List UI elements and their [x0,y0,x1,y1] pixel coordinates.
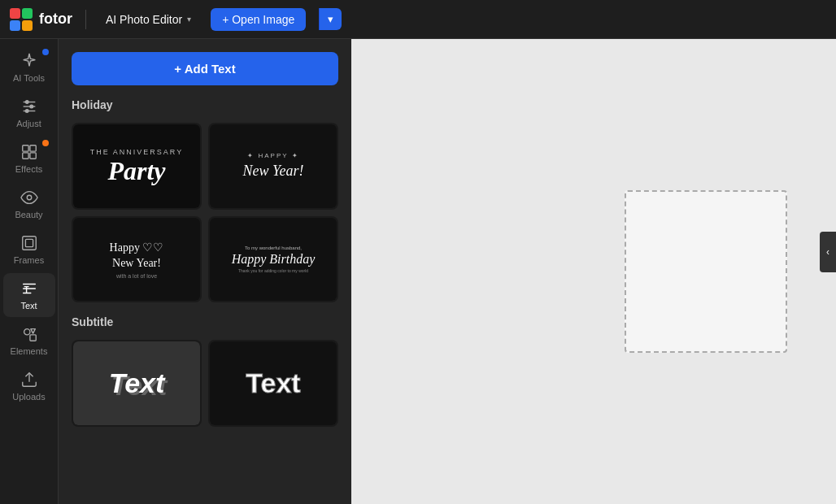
sidebar-item-label: AI Tools [13,73,45,83]
sidebar-item-label: Effects [15,164,42,174]
card-newyear-main: New Year! [243,163,304,180]
open-image-label: + Open Image [222,13,294,26]
effects-icon [20,143,38,161]
logo: fotor [10,8,72,31]
card-newyear-top: ✦ HAPPY ✦ [247,152,298,159]
uploads-icon [20,371,38,389]
effects-badge [42,140,49,146]
fotor-logo-icon [10,8,33,31]
sidebar-item-label: Adjust [16,119,41,128]
app-title-button[interactable]: AI Photo Editor ▾ [99,10,198,29]
subtitle-stroke-text: Text [246,367,300,399]
add-text-button[interactable]: + Add Text [72,52,338,85]
card-birthday-top: To my wonderful husband, [245,245,302,250]
template-card-new-year-script[interactable]: ✦ HAPPY ✦ New Year! [208,123,338,210]
sidebar-item-adjust[interactable]: Adjust [3,91,55,135]
text-icon: T [20,280,38,298]
svg-rect-12 [22,153,28,159]
card-party-main: Party [107,158,165,184]
svg-point-14 [27,195,32,200]
card-birthday-main: Happy Birthday [232,252,316,267]
svg-rect-10 [22,146,28,151]
elements-icon [20,325,38,343]
card-happyny-sub: with a lot of love [116,273,157,279]
logo-text: fotor [39,11,72,28]
svg-point-9 [25,110,28,113]
svg-rect-16 [25,239,33,246]
add-text-label: + Add Text [174,62,235,76]
sidebar-item-label: Elements [11,346,48,356]
template-card-party[interactable]: The Anniversary Party [72,123,202,210]
header: fotor AI Photo Editor ▾ + Open Image ▾ [0,0,836,39]
sidebar-item-label: Text [20,301,37,311]
sidebar-item-label: Uploads [12,392,45,402]
collapse-arrow-icon: ‹ [826,246,829,258]
header-divider [85,10,86,29]
svg-point-18 [24,329,29,335]
canvas-area [351,39,836,504]
svg-rect-15 [22,237,36,250]
template-card-subtitle-shadow[interactable]: Text [72,340,202,427]
subtitle-shadow-text: Text [109,367,165,399]
card-party-sub: The Anniversary [90,148,183,156]
main-area: AI Tools Adjust Effects [0,39,836,504]
panel-collapse-button[interactable]: ‹ [820,232,836,272]
frames-icon [20,234,38,252]
svg-rect-13 [29,153,35,159]
svg-rect-3 [22,20,33,31]
sidebar-item-label: Frames [14,255,44,265]
text-panel: + Add Text Holiday The Anniversary Party… [59,39,351,504]
svg-point-7 [29,105,33,108]
sidebar-item-ai-tools[interactable]: AI Tools [3,46,55,89]
svg-rect-0 [10,8,20,19]
sliders-icon [20,98,38,115]
svg-rect-1 [22,8,33,19]
svg-text:T: T [24,285,29,294]
svg-point-5 [25,101,28,104]
canvas-placeholder [625,190,787,353]
template-card-subtitle-stroke[interactable]: Text [208,340,338,427]
holiday-grid: The Anniversary Party ✦ HAPPY ✦ New Year… [59,123,351,302]
sidebar-item-elements[interactable]: Elements [3,319,55,363]
sidebar-item-frames[interactable]: Frames [3,228,55,272]
app-title-label: AI Photo Editor [106,13,182,26]
sidebar-item-effects[interactable]: Effects [3,137,55,180]
open-image-button[interactable]: + Open Image [211,8,306,31]
sidebar-item-label: Beauty [15,210,42,219]
holiday-section-title: Holiday [59,98,351,119]
card-birthday-sub: Thank you for adding color to my world [235,268,311,273]
chevron-down-icon: ▾ [187,15,191,24]
sparkle-icon [20,52,38,70]
sidebar-item-text[interactable]: T Text [3,273,55,317]
svg-rect-2 [10,20,20,31]
svg-rect-19 [29,335,35,341]
template-card-happy-new-year-heart[interactable]: Happy ♡♡New Year! with a lot of love [72,216,202,303]
eye-icon [20,189,38,206]
svg-rect-11 [29,146,35,151]
sidebar-item-beauty[interactable]: Beauty [3,182,55,226]
dropdown-chevron-icon: ▾ [328,13,333,25]
card-happyny-main: Happy ♡♡New Year! [110,240,164,272]
template-card-birthday[interactable]: To my wonderful husband, Happy Birthday … [208,216,338,303]
subtitle-grid: Text Text [59,340,351,427]
ai-tools-badge [42,49,49,55]
subtitle-section-title: Subtitle [59,315,351,337]
sidebar: AI Tools Adjust Effects [0,39,59,504]
sidebar-item-uploads[interactable]: Uploads [3,364,55,408]
open-image-dropdown-button[interactable]: ▾ [319,8,342,30]
